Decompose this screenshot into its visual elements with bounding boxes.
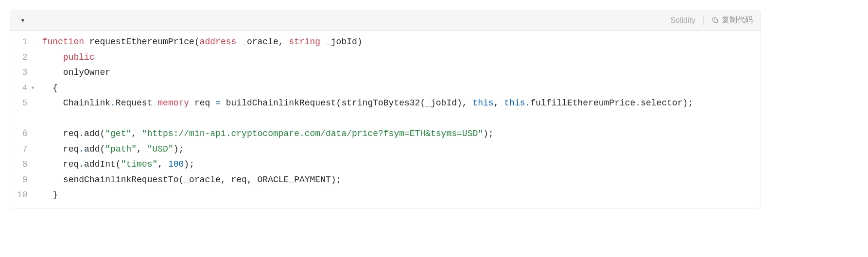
line-number-gutter: 1 2 3 4▼ 5 6 7 8 9 10	[10, 34, 39, 203]
dropdown-toggle-icon[interactable]: ▼	[18, 15, 28, 26]
code-body: 1 2 3 4▼ 5 6 7 8 9 10 function requestEt…	[10, 31, 761, 208]
code-line: req.addInt("times", 100);	[42, 157, 694, 172]
code-line: req.add("path", "USD");	[42, 142, 694, 157]
line-number: 8	[17, 157, 35, 172]
line-number: 2	[17, 50, 35, 66]
line-number: 10	[17, 188, 35, 203]
line-number: 5	[17, 96, 35, 126]
copy-label: 复制代码	[722, 15, 753, 25]
code-line: public	[42, 50, 694, 66]
line-number: 3	[17, 65, 35, 81]
code-line: function requestEthereumPrice(address _o…	[42, 34, 694, 50]
code-line: }	[42, 188, 694, 203]
code-line: {	[42, 81, 694, 96]
code-header: ▼ Solidity 复制代码	[10, 10, 761, 31]
code-line: Chainlink.Request memory req = buildChai…	[42, 96, 694, 126]
code-content[interactable]: function requestEthereumPrice(address _o…	[39, 34, 701, 203]
svg-rect-0	[714, 19, 718, 23]
language-label: Solidity	[670, 16, 695, 25]
code-line: req.add("get", "https://min-api.cryptoco…	[42, 126, 694, 142]
line-number: 6	[17, 126, 35, 142]
line-number: 9	[17, 172, 35, 188]
header-right: Solidity 复制代码	[670, 15, 753, 25]
code-line: sendChainlinkRequestTo(_oracle, req, ORA…	[42, 172, 694, 188]
copy-code-button[interactable]: 复制代码	[712, 15, 753, 25]
code-line: onlyOwner	[42, 65, 694, 81]
line-number: 4▼	[17, 81, 35, 96]
line-number: 1	[17, 34, 35, 50]
header-left: ▼	[18, 15, 28, 26]
fold-caret-icon[interactable]: ▼	[30, 84, 35, 93]
divider	[703, 16, 704, 25]
line-number: 7	[17, 142, 35, 157]
code-block: ▼ Solidity 复制代码 1 2 3 4▼ 5 6 7 8 9 10	[10, 10, 761, 208]
copy-icon	[712, 17, 719, 24]
